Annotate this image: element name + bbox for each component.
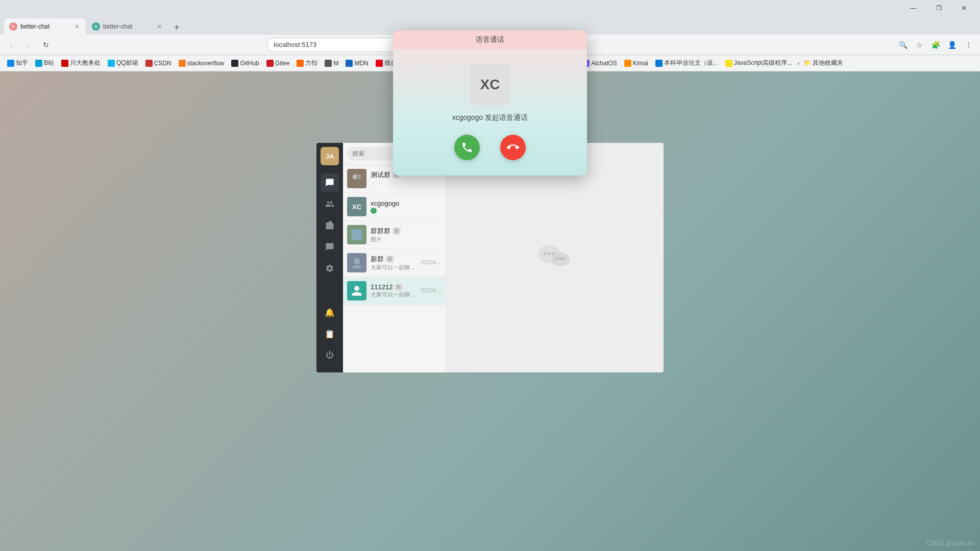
tab-2[interactable]: B better-chat ✕ <box>87 18 168 35</box>
svg-point-1 <box>356 174 361 180</box>
voice-call-modal: 语音通话 XC xcgogogo 发起语音通话 <box>393 31 587 176</box>
github-favicon <box>231 60 238 67</box>
bookmark-zhihu[interactable]: 知乎 <box>4 58 31 68</box>
bookmark-biye[interactable]: 本科毕业论文（设... <box>652 58 721 68</box>
forward-button[interactable]: › <box>21 38 36 52</box>
chat-item-name-3: 群群群 群 <box>371 227 441 236</box>
bookmark-icon[interactable]: ☆ <box>913 38 927 52</box>
stackoverflow-favicon <box>179 60 186 67</box>
sidebar-icons <box>321 173 339 278</box>
chuanda-favicon <box>61 60 68 67</box>
call-actions <box>454 135 526 160</box>
bookmark-jali[interactable]: 力扣 <box>293 58 321 68</box>
tab-2-favicon: B <box>92 22 100 31</box>
sidebar-icon-chat[interactable] <box>321 173 339 192</box>
svg-point-12 <box>562 257 565 260</box>
bookmark-bili[interactable]: B站 <box>32 58 57 68</box>
accept-call-button[interactable] <box>454 135 480 160</box>
chat-items: 测试群 群 ： XC xcgogogo <box>343 165 445 372</box>
chat-item-msg-2 <box>371 207 441 214</box>
chat-item-name-2: xcgogogo <box>371 199 441 207</box>
sidebar-icon-resources[interactable] <box>321 216 339 235</box>
bookmarks-more[interactable]: › <box>797 60 799 67</box>
sidebar-avatar: JA <box>321 147 339 165</box>
chat-list-panel: 测试群 群 ： XC xcgogogo <box>343 143 445 372</box>
bookmarks-folder[interactable]: 📁 其他收藏夹 <box>800 58 846 68</box>
chat-item-info-2: xcgogogo <box>371 199 441 214</box>
chat-item-111212[interactable]: 111212 群 大家可以一起聊... 2023年... <box>343 277 445 305</box>
chat-item-xcgogogo[interactable]: XC xcgogogo <box>343 193 445 221</box>
tab-1-favicon: B <box>9 22 17 31</box>
sidebar-icon-power[interactable]: ⏻ <box>321 346 339 364</box>
page-content: JA 🔔 📋 <box>0 71 980 551</box>
reload-button[interactable]: ↻ <box>39 38 53 52</box>
close-button[interactable]: ✕ <box>952 0 976 16</box>
bookmark-gitee[interactable]: Gitee <box>263 59 293 68</box>
sidebar-icon-clipboard[interactable]: 📋 <box>321 324 339 343</box>
reject-call-button[interactable] <box>500 135 526 160</box>
back-button[interactable]: ‹ <box>4 38 18 52</box>
menu-icon[interactable]: ⋮ <box>962 38 976 52</box>
caller-text: xcgogogo 发起语音通话 <box>452 113 528 122</box>
minimize-button[interactable]: — <box>901 0 925 16</box>
chat-item-qunqunqun[interactable]: 群群群 群 图片 <box>343 221 445 249</box>
window-controls: — ❐ ✕ <box>901 0 976 16</box>
chat-item-name-5: 111212 群 <box>371 283 416 291</box>
sidebar-bottom: 🔔 📋 ⏻ <box>321 303 339 368</box>
sidebar-icon-contacts[interactable] <box>321 195 339 213</box>
profile-icon[interactable]: 👤 <box>945 38 960 52</box>
bookmark-js[interactable]: JavaScript高级程序... <box>722 58 795 68</box>
chat-item-msg-4: 大家可以一起聊... <box>371 264 416 271</box>
bookmark-chuanda[interactable]: 川大教务处 <box>58 58 104 68</box>
jing-favicon <box>376 60 383 67</box>
new-tab-button[interactable]: + <box>169 20 184 35</box>
ki-favicon <box>624 60 631 67</box>
mdn-favicon <box>346 60 353 67</box>
svg-point-6 <box>544 252 547 255</box>
bookmark-qq[interactable]: QQ邮箱 <box>105 58 141 68</box>
tab-1[interactable]: B better-chat ✕ <box>4 18 86 35</box>
bookmark-stackoverflow[interactable]: stackoverflow <box>176 59 228 68</box>
chat-item-msg-1: ： <box>371 180 437 187</box>
svg-rect-2 <box>352 230 362 240</box>
chat-avatar-2: XC <box>347 197 366 216</box>
tab-1-label: better-chat <box>20 23 50 30</box>
svg-point-10 <box>556 257 559 260</box>
search-icon[interactable]: 🔍 <box>896 38 911 52</box>
chat-item-time-4: 2023年... <box>420 259 441 266</box>
title-bar: — ❐ ✕ <box>0 0 980 16</box>
svg-point-3 <box>354 258 360 265</box>
bookmark-m[interactable]: M <box>322 59 341 68</box>
sidebar: JA 🔔 📋 <box>316 143 343 372</box>
bookmark-mdn[interactable]: MDN <box>342 59 371 68</box>
bookmark-ki[interactable]: Kimai <box>621 59 651 68</box>
zhihu-favicon <box>7 60 14 67</box>
chat-item-msg-3: 图片 <box>371 236 441 243</box>
svg-point-7 <box>548 252 551 255</box>
chat-item-xinqun[interactable]: 新群 群 大家可以一起聊... 2023年... <box>343 249 445 277</box>
chat-avatar-4 <box>347 253 366 272</box>
tab-2-label: better-chat <box>103 23 132 30</box>
bookmark-csdn[interactable]: CSDN <box>142 59 175 68</box>
svg-rect-4 <box>353 266 361 269</box>
gitee-favicon <box>266 60 274 67</box>
tab-1-close[interactable]: ✕ <box>72 22 81 31</box>
maximize-button[interactable]: ❐ <box>927 0 950 16</box>
caller-avatar: XC <box>470 64 510 105</box>
chat-avatar-3 <box>347 225 366 244</box>
chat-avatar-1 <box>347 169 366 188</box>
chat-item-msg-5: 大家可以一起聊... <box>371 291 416 298</box>
watermark: CSDN @znwx.cn <box>926 540 974 547</box>
modal-title-bar: 语音通话 <box>393 31 587 49</box>
sidebar-icon-messages[interactable] <box>321 238 339 256</box>
tab-2-close[interactable]: ✕ <box>155 22 163 31</box>
bookmark-github[interactable]: GitHub <box>228 59 262 68</box>
sidebar-icon-notifications[interactable]: 🔔 <box>321 303 339 321</box>
js-favicon <box>725 60 732 67</box>
sidebar-icon-settings[interactable] <box>321 259 339 278</box>
chat-item-info-5: 111212 群 大家可以一起聊... <box>371 283 416 298</box>
chat-app: JA 🔔 📋 <box>316 143 664 372</box>
chat-item-time-5: 2023年... <box>420 287 441 294</box>
chat-main <box>445 143 664 372</box>
extension-icon[interactable]: 🧩 <box>929 38 943 52</box>
